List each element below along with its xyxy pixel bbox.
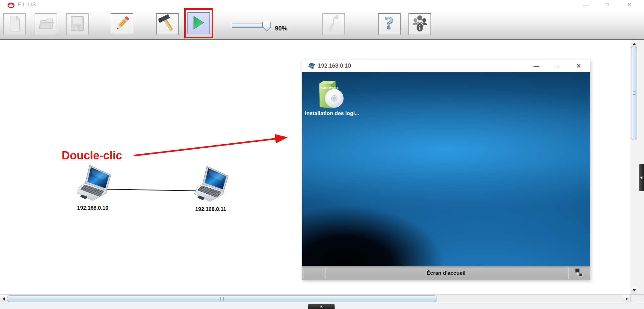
svg-text:?: ? (385, 14, 393, 33)
scrollbar-corner (630, 295, 638, 302)
laptop-mini-icon (308, 63, 315, 71)
up-arrow-icon (633, 43, 636, 45)
host-window-titlebar[interactable]: 192.168.0.10 — □ ✕ (302, 60, 590, 72)
collapse-left-arrow-icon (640, 176, 642, 179)
laptop-icon (194, 198, 229, 204)
laptop-1-label: 192.168.0.10 (71, 205, 115, 211)
filius-application-window: FILIUS — □ ✕ (0, 0, 644, 309)
zoom-slider-thumb[interactable] (262, 21, 271, 33)
bottom-panel-collapse-tab[interactable] (308, 304, 335, 309)
scroll-right-button[interactable] (623, 295, 630, 302)
horizontal-scrollbar-thumb[interactable] (7, 295, 437, 302)
taskbar-home-label: Écran d'accueil (426, 270, 465, 276)
host-desktop-window: 192.168.0.10 — □ ✕ SOFTWARE (302, 60, 590, 280)
save-project-button[interactable] (66, 13, 89, 35)
taskbar-left-cell[interactable] (303, 267, 324, 279)
laptop-node-2[interactable] (194, 166, 229, 204)
laptop-node-1[interactable] (76, 165, 112, 203)
open-folder-icon (38, 17, 54, 32)
left-arrow-icon (3, 297, 5, 301)
host-maximize-button[interactable]: □ (551, 60, 563, 72)
play-icon (193, 15, 205, 31)
laptop-2-label: 192.168.0.11 (189, 206, 233, 212)
design-mode-button[interactable] (111, 13, 133, 35)
cable-tool-button[interactable] (322, 13, 345, 35)
hammer-icon (158, 14, 176, 34)
collapse-up-arrow-icon (320, 306, 323, 307)
scroll-left-button[interactable] (0, 295, 7, 302)
about-button[interactable]: i (408, 13, 431, 35)
app-title: FILIUS (18, 2, 36, 8)
horizontal-scrollbar[interactable] (0, 295, 644, 303)
cable-icon (325, 14, 342, 34)
new-document-icon (8, 15, 21, 33)
software-installer-icon[interactable]: SOFTWARE (317, 79, 347, 112)
close-button[interactable]: ✕ (623, 0, 636, 9)
software-installer-label: Installation des logi... (302, 110, 362, 117)
new-project-button[interactable] (3, 13, 26, 35)
scroll-down-button[interactable] (631, 286, 637, 294)
question-mark-icon: ? ? (382, 14, 397, 35)
documentation-mode-button[interactable] (156, 13, 179, 35)
pencil-icon (114, 15, 130, 34)
host-desktop[interactable]: SOFTWARE Installation des logi... (302, 72, 590, 266)
vertical-scrollbar[interactable] (630, 40, 638, 295)
play-button-highlight (184, 8, 213, 38)
workspace-canvas[interactable]: Doucle-clic (0, 40, 630, 295)
network-connections-icon (574, 268, 583, 279)
help-button[interactable]: ? ? (378, 13, 401, 35)
taskbar-network-button[interactable] (568, 267, 589, 279)
svg-text:i: i (419, 24, 421, 32)
right-panel-collapse-tab[interactable] (639, 164, 644, 191)
annotation-arrow (134, 138, 285, 156)
annotation-text: Doucle-clic (62, 149, 122, 162)
taskbar-home-panel[interactable]: Écran d'accueil (325, 267, 567, 279)
simulation-mode-button[interactable] (187, 12, 210, 34)
app-titlebar: FILIUS — □ ✕ (0, 0, 644, 10)
minimize-button[interactable]: — (580, 0, 592, 9)
maximize-button[interactable]: □ (601, 0, 613, 9)
host-taskbar: Écran d'accueil (302, 266, 590, 280)
filius-logo-icon (7, 2, 15, 10)
toolbar: 90% ? ? i (0, 10, 644, 40)
host-minimize-button[interactable]: — (530, 60, 542, 72)
info-people-icon: i (412, 14, 427, 34)
vertical-scrollbar-thumb[interactable] (631, 46, 637, 140)
laptop-icon (76, 197, 112, 203)
host-window-title: 192.168.0.10 (318, 63, 351, 69)
host-close-button[interactable]: ✕ (573, 60, 585, 72)
right-arrow-icon (626, 297, 628, 301)
network-cable[interactable] (107, 189, 197, 191)
open-project-button[interactable] (35, 13, 57, 35)
zoom-level-label: 90% (275, 23, 287, 33)
save-floppy-icon (70, 16, 85, 33)
down-arrow-icon (633, 289, 636, 291)
